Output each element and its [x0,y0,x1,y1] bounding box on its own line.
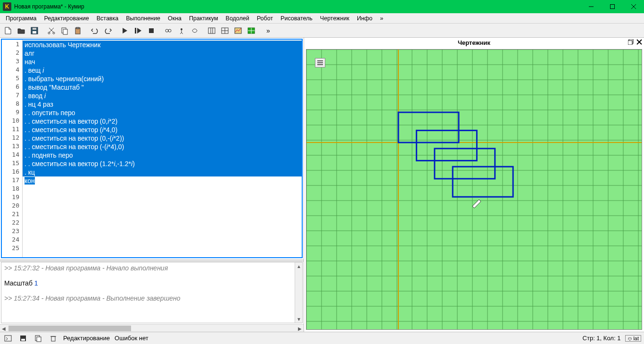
actor-robot-button[interactable] [162,25,174,37]
status-clear-icon[interactable] [48,333,58,344]
drawer-restore-icon[interactable] [628,39,634,46]
code-line[interactable] [23,193,302,202]
code-line[interactable]: . . сместиться на вектор (0,-(i*2)) [23,134,302,143]
output-console[interactable]: >> 15:27:32 - Новая программа - Начало в… [1,262,303,323]
open-file-button[interactable] [15,25,27,37]
code-line[interactable]: . . сместиться на вектор (0,i*2) [23,117,302,126]
run-button[interactable] [119,25,131,37]
status-cursor-pos: Стр: 1, Кол: 1 [583,335,621,342]
save-file-button[interactable] [28,25,41,37]
menu-drawer[interactable]: Чертежник [316,14,353,23]
drawer-menu-button[interactable] [315,58,325,67]
code-line[interactable]: использовать Чертежник [23,41,302,49]
redo-button[interactable] [102,25,114,37]
stop-button[interactable] [145,25,157,37]
svg-rect-13 [135,28,136,34]
drawer-panel-title: Чертежник [304,38,644,47]
svg-rect-80 [5,336,11,341]
actor-turtle-button[interactable] [189,25,201,37]
svg-rect-14 [149,28,154,33]
undo-button[interactable] [89,25,101,37]
drawer-canvas[interactable] [306,49,642,330]
menu-insert[interactable]: Вставка [93,14,122,23]
code-editor[interactable]: 1234567891011121314151617181920212223242… [1,39,303,258]
code-line[interactable]: . . опустить перо [23,109,302,117]
code-line[interactable]: . выбрать чернила(синий) [23,75,302,83]
menu-robot[interactable]: Робот [253,14,277,23]
new-file-button[interactable] [2,25,14,37]
menu-info[interactable]: Инфо [353,14,376,23]
svg-point-15 [165,29,168,32]
code-line[interactable]: алг [23,49,302,58]
svg-rect-77 [416,130,477,160]
toolbar-more-button[interactable]: » [262,25,274,37]
menu-program[interactable]: Программа [2,14,41,23]
window-close-button[interactable] [623,0,644,13]
copy-button[interactable] [58,25,71,37]
paste-button[interactable] [72,25,84,37]
window-minimize-button[interactable] [580,0,602,13]
menu-edit[interactable]: Редактирование [41,14,93,23]
code-line[interactable] [23,202,302,210]
code-line[interactable]: . . сместиться на вектор (-(i*4),0) [23,143,302,151]
status-console-icon[interactable] [3,333,13,344]
code-line[interactable] [23,219,302,227]
code-line[interactable]: . вещ i [23,66,302,75]
code-line[interactable]: нач [23,58,302,66]
line-gutter: 1234567891011121314151617181920212223242… [2,40,23,257]
code-line[interactable] [23,227,302,236]
window-maximize-button[interactable] [602,0,623,13]
code-line[interactable] [23,185,302,193]
menu-painter[interactable]: Рисователь [277,14,316,23]
code-line[interactable]: . вывод "Масштаб " [23,83,302,92]
editor-hscrollbar[interactable]: ◀ ▶ [0,324,304,332]
status-save-icon[interactable] [18,333,28,344]
keyboard-icon [627,336,632,341]
window-title: Новая программа* - Кумир [14,3,84,10]
svg-rect-84 [37,337,41,342]
cut-button[interactable] [45,25,58,37]
svg-rect-5 [33,31,36,34]
drawer-close-icon[interactable] [636,39,642,46]
code-line[interactable]: . . поднять перо [23,151,302,159]
console-line: >> 15:27:32 - Новая программа - Начало в… [4,264,292,274]
code-line[interactable] [23,244,302,253]
layout-1-button[interactable] [206,25,218,37]
code-area[interactable]: использовать Чертежникалгнач. вещ i. выб… [23,40,302,257]
code-line[interactable]: . нц 4 раз [23,100,302,109]
svg-rect-79 [453,167,513,197]
status-keyboard-indicator[interactable]: lat [625,335,641,342]
menu-run[interactable]: Выполнение [122,14,164,23]
svg-rect-78 [435,149,495,179]
code-line[interactable]: . . сместиться на вектор (i*4,0) [23,126,302,134]
code-line[interactable] [23,236,302,244]
console-vscrollbar[interactable]: ▲▼ [295,262,302,323]
code-line[interactable]: . ввод i [23,92,302,100]
actor-drawer-button[interactable] [175,25,188,37]
statusbar: Редактирование Ошибок нет Стр: 1, Кол: 1… [0,332,644,344]
menu-practicum[interactable]: Практикум [185,14,222,23]
menu-more[interactable]: » [376,14,387,23]
code-line[interactable] [23,210,302,219]
menubar: Программа Редактирование Вставка Выполне… [0,13,644,24]
svg-point-17 [181,28,182,30]
app-logo-icon: K [3,2,11,11]
menu-vodoley[interactable]: Водолей [222,14,253,23]
layout-2-button[interactable] [219,25,231,37]
code-line[interactable]: . кц [23,168,302,176]
step-button[interactable] [132,25,144,37]
svg-rect-10 [63,29,67,34]
svg-rect-76 [398,112,459,143]
menu-windows[interactable]: Окна [164,14,185,23]
svg-rect-18 [208,28,215,34]
svg-rect-6 [33,28,36,30]
layout-4-button[interactable] [245,25,257,37]
toolbar: » [0,24,644,38]
status-errors: Ошибок нет [115,335,149,342]
status-copy-icon[interactable] [33,333,43,344]
svg-rect-82 [21,339,25,341]
code-line[interactable]: кон [23,176,302,185]
hscroll-thumb[interactable] [8,326,131,331]
layout-3-button[interactable] [232,25,244,37]
code-line[interactable]: . . сместиться на вектор (1.2*i,-1.2*i) [23,159,302,168]
